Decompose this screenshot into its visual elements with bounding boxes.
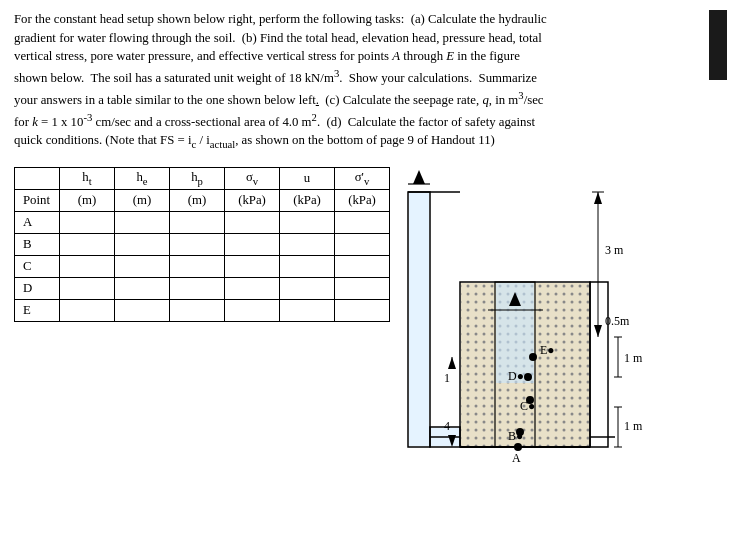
col-point-h1 bbox=[15, 168, 60, 190]
row-svp bbox=[335, 300, 390, 322]
table-row: C bbox=[15, 256, 390, 278]
col-svp-h2: (kPa) bbox=[335, 190, 390, 212]
row-ht bbox=[60, 300, 115, 322]
row-he bbox=[115, 212, 170, 234]
row-svp bbox=[335, 234, 390, 256]
label-B: B● bbox=[508, 429, 523, 443]
row-u bbox=[280, 300, 335, 322]
col-he-h2: (m) bbox=[115, 190, 170, 212]
row-u bbox=[280, 278, 335, 300]
label-C: C● bbox=[520, 399, 535, 413]
col-he-h1: he bbox=[115, 168, 170, 190]
col-point-h2: Point bbox=[15, 190, 60, 212]
text-line2: gradient for water flowing through the s… bbox=[14, 31, 542, 45]
row-sv bbox=[225, 278, 280, 300]
row-point: C bbox=[15, 256, 60, 278]
row-point: A bbox=[15, 212, 60, 234]
row-hp bbox=[170, 234, 225, 256]
diagram-svg: 3 m 0.5m 1 4 bbox=[400, 162, 660, 472]
label-4: 4 bbox=[444, 419, 450, 433]
text-line6: for k = 1 x 10-3 cm/sec and a cross-sect… bbox=[14, 115, 535, 129]
row-point: D bbox=[15, 278, 60, 300]
text-line3: vertical stress, pore water pressure, an… bbox=[14, 49, 520, 63]
text-line4: shown below. The soil has a saturated un… bbox=[14, 71, 537, 85]
col-u-h2: (kPa) bbox=[280, 190, 335, 212]
row-ht bbox=[60, 278, 115, 300]
label-D: D● bbox=[508, 369, 524, 383]
row-point: B bbox=[15, 234, 60, 256]
label-1m-bot: 1 m bbox=[624, 419, 643, 433]
header-row-1: ht he hp σv u σ'v bbox=[15, 168, 390, 190]
content-area: ht he hp σv u σ'v Point (m) (m) (m) (kPa… bbox=[14, 162, 727, 476]
row-ht bbox=[60, 256, 115, 278]
row-hp bbox=[170, 256, 225, 278]
row-svp bbox=[335, 256, 390, 278]
table-row: A bbox=[15, 212, 390, 234]
point-E-dot bbox=[529, 353, 537, 361]
label-E: E● bbox=[540, 343, 555, 357]
table-row: E bbox=[15, 300, 390, 322]
row-sv bbox=[225, 234, 280, 256]
table-row: B bbox=[15, 234, 390, 256]
table-container: ht he hp σv u σ'v Point (m) (m) (m) (kPa… bbox=[14, 162, 390, 476]
text-line5: your answers in a table similar to the o… bbox=[14, 93, 544, 107]
row-sv bbox=[225, 256, 280, 278]
svg-rect-19 bbox=[590, 282, 608, 447]
point-D-dot bbox=[524, 373, 532, 381]
svg-marker-18 bbox=[594, 325, 602, 337]
row-svp bbox=[335, 212, 390, 234]
problem-text: For the constant head setup shown below … bbox=[14, 10, 704, 152]
svg-rect-1 bbox=[409, 193, 429, 446]
row-he bbox=[115, 256, 170, 278]
col-ht-h1: ht bbox=[60, 168, 115, 190]
row-u bbox=[280, 234, 335, 256]
row-u bbox=[280, 256, 335, 278]
col-svp-h1: σ'v bbox=[335, 168, 390, 190]
header-row-2: Point (m) (m) (m) (kPa) (kPa) (kPa) bbox=[15, 190, 390, 212]
row-u bbox=[280, 212, 335, 234]
row-hp bbox=[170, 278, 225, 300]
label-3m: 3 m bbox=[605, 243, 624, 257]
row-sv bbox=[225, 300, 280, 322]
col-ht-h2: (m) bbox=[60, 190, 115, 212]
label-A: A bbox=[512, 451, 521, 465]
col-hp-h1: hp bbox=[170, 168, 225, 190]
row-he bbox=[115, 234, 170, 256]
col-sv-h1: σv bbox=[225, 168, 280, 190]
col-u-h1: u bbox=[280, 168, 335, 190]
page: For the constant head setup shown below … bbox=[0, 0, 741, 555]
label-1: 1 bbox=[444, 371, 450, 385]
label-1m-top: 1 m bbox=[624, 351, 643, 365]
row-ht bbox=[60, 234, 115, 256]
svg-marker-2 bbox=[413, 170, 425, 184]
diagram-area: 3 m 0.5m 1 4 bbox=[400, 162, 660, 476]
row-he bbox=[115, 278, 170, 300]
row-he bbox=[115, 300, 170, 322]
top-bar-decoration bbox=[709, 10, 727, 80]
col-sv-h2: (kPa) bbox=[225, 190, 280, 212]
text-line7: quick conditions. (Note that FS = ic / i… bbox=[14, 133, 495, 147]
svg-marker-15 bbox=[594, 192, 602, 204]
data-table: ht he hp σv u σ'v Point (m) (m) (m) (kPa… bbox=[14, 167, 390, 322]
row-hp bbox=[170, 212, 225, 234]
row-svp bbox=[335, 278, 390, 300]
row-ht bbox=[60, 212, 115, 234]
row-sv bbox=[225, 212, 280, 234]
text-line1: For the constant head setup shown below … bbox=[14, 12, 547, 26]
row-point: E bbox=[15, 300, 60, 322]
table-row: D bbox=[15, 278, 390, 300]
row-hp bbox=[170, 300, 225, 322]
col-hp-h2: (m) bbox=[170, 190, 225, 212]
